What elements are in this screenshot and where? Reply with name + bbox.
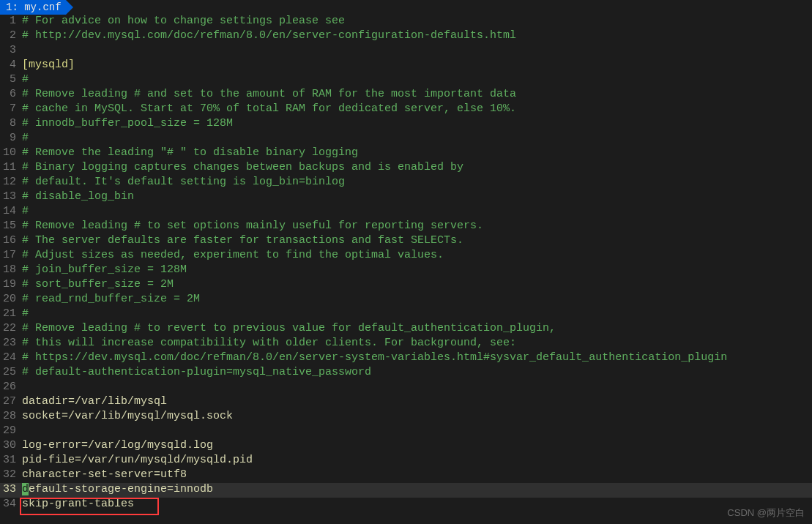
line-content: # join_buffer_size = 128M <box>19 263 187 276</box>
line-content: # https://dev.mysql.com/doc/refman/8.0/e… <box>19 351 727 364</box>
buffer-tab-label: 1: my.cnf <box>6 1 62 13</box>
line-number: 15 <box>0 220 19 232</box>
code-line[interactable]: 7# cache in MySQL. Start at 70% of total… <box>0 102 812 117</box>
line-number: 14 <box>0 205 19 217</box>
line-number: 34 <box>0 498 19 510</box>
line-number: 32 <box>0 468 19 481</box>
code-line[interactable]: 10# Remove the leading "# " to disable b… <box>0 146 812 161</box>
line-number: 22 <box>0 322 19 334</box>
line-number: 25 <box>0 366 19 378</box>
line-number: 23 <box>0 337 19 349</box>
buffer-tab[interactable]: 1: my.cnf <box>0 0 66 15</box>
line-number: 30 <box>0 439 19 452</box>
line-number: 16 <box>0 234 19 247</box>
line-number: 24 <box>0 351 19 364</box>
line-number: 9 <box>0 132 19 144</box>
editor-area[interactable]: 1# For advice on how to change settings … <box>0 15 812 524</box>
code-line[interactable]: 13# disable_log_bin <box>0 190 812 205</box>
code-line[interactable]: 9# <box>0 132 812 146</box>
line-content: character-set-server=utf8 <box>19 468 187 481</box>
line-content: # disable_log_bin <box>19 190 134 203</box>
line-content: pid-file=/var/run/mysqld/mysqld.pid <box>19 454 253 466</box>
code-line[interactable]: 28socket=/var/lib/mysql/mysql.sock <box>0 410 812 424</box>
code-line[interactable]: 26 <box>0 381 812 395</box>
code-line[interactable]: 5# <box>0 73 812 88</box>
code-line[interactable]: 15# Remove leading # to set options main… <box>0 220 812 234</box>
line-content: default-storage-engine=innodb <box>19 483 213 495</box>
code-line[interactable]: 32character-set-server=utf8 <box>0 468 812 483</box>
line-content: # Remove leading # and set to the amount… <box>19 88 516 100</box>
line-content: # <box>19 205 29 217</box>
line-content: # Adjust sizes as needed, experiment to … <box>19 249 444 261</box>
line-number: 18 <box>0 263 19 276</box>
code-line[interactable]: 1# For advice on how to change settings … <box>0 15 812 29</box>
code-line[interactable]: 2# http://dev.mysql.com/doc/refman/8.0/e… <box>0 29 812 44</box>
code-line[interactable]: 8# innodb_buffer_pool_size = 128M <box>0 117 812 132</box>
code-line[interactable]: 27datadir=/var/lib/mysql <box>0 395 812 410</box>
line-content: # <box>19 132 29 144</box>
line-content: socket=/var/lib/mysql/mysql.sock <box>19 410 233 422</box>
line-number: 11 <box>0 161 19 173</box>
line-number: 4 <box>0 59 19 71</box>
code-line[interactable]: 18# join_buffer_size = 128M <box>0 263 812 278</box>
line-number: 33 <box>0 483 19 495</box>
line-content: # Remove the leading "# " to disable bin… <box>19 146 358 159</box>
code-line[interactable]: 33default-storage-engine=innodb <box>0 483 812 498</box>
code-line[interactable]: 29 <box>0 424 812 439</box>
code-line[interactable]: 23# this will increase compatibility wit… <box>0 337 812 351</box>
line-content: skip-grant-tables <box>19 498 134 510</box>
code-line[interactable]: 24# https://dev.mysql.com/doc/refman/8.0… <box>0 351 812 366</box>
code-line[interactable]: 21# <box>0 307 812 322</box>
line-number: 13 <box>0 190 19 203</box>
line-content: [mysqld] <box>19 59 75 71</box>
line-content: # Remove leading # to set options mainly… <box>19 220 483 232</box>
code-line[interactable]: 20# read_rnd_buffer_size = 2M <box>0 293 812 307</box>
code-line[interactable]: 31pid-file=/var/run/mysqld/mysqld.pid <box>0 454 812 468</box>
code-line[interactable]: 3 <box>0 44 812 59</box>
line-number: 1 <box>0 15 19 27</box>
line-content: datadir=/var/lib/mysql <box>19 395 167 408</box>
line-content: # The server defaults are faster for tra… <box>19 234 463 247</box>
line-number: 28 <box>0 410 19 422</box>
code-line[interactable]: 16# The server defaults are faster for t… <box>0 234 812 249</box>
line-number: 10 <box>0 146 19 159</box>
line-number: 29 <box>0 424 19 437</box>
line-content: # read_rnd_buffer_size = 2M <box>19 293 200 305</box>
code-line[interactable]: 34skip-grant-tables <box>0 498 812 512</box>
code-line[interactable]: 6# Remove leading # and set to the amoun… <box>0 88 812 102</box>
line-content: # cache in MySQL. Start at 70% of total … <box>19 102 516 115</box>
code-line[interactable]: 12# default. It's default setting is log… <box>0 176 812 190</box>
code-line[interactable]: 25# default-authentication-plugin=mysql_… <box>0 366 812 381</box>
code-line[interactable]: 11# Binary logging captures changes betw… <box>0 161 812 176</box>
line-number: 31 <box>0 454 19 466</box>
code-line[interactable]: 22# Remove leading # to revert to previo… <box>0 322 812 337</box>
line-number: 27 <box>0 395 19 408</box>
line-content: # http://dev.mysql.com/doc/refman/8.0/en… <box>19 29 516 42</box>
line-content: # Binary logging captures changes betwee… <box>19 161 463 173</box>
line-number: 12 <box>0 176 19 188</box>
code-line[interactable]: 14# <box>0 205 812 220</box>
line-content: # Remove leading # to revert to previous… <box>19 322 556 334</box>
line-number: 7 <box>0 102 19 115</box>
line-number: 2 <box>0 29 19 42</box>
cursor: d <box>22 483 29 495</box>
line-content: # For advice on how to change settings p… <box>19 15 345 27</box>
line-number: 5 <box>0 73 19 86</box>
line-number: 21 <box>0 307 19 320</box>
line-content: # default. It's default setting is log_b… <box>19 176 345 188</box>
tab-bar: 1: my.cnf <box>0 0 812 15</box>
code-line[interactable]: 17# Adjust sizes as needed, experiment t… <box>0 249 812 263</box>
line-number: 8 <box>0 117 19 130</box>
line-number: 20 <box>0 293 19 305</box>
line-content: log-error=/var/log/mysqld.log <box>19 439 213 452</box>
code-line[interactable]: 30log-error=/var/log/mysqld.log <box>0 439 812 454</box>
line-content: # sort_buffer_size = 2M <box>19 278 174 291</box>
line-number: 6 <box>0 88 19 100</box>
line-number: 3 <box>0 44 19 56</box>
line-content: # innodb_buffer_pool_size = 128M <box>19 117 233 130</box>
line-number: 17 <box>0 249 19 261</box>
code-line[interactable]: 19# sort_buffer_size = 2M <box>0 278 812 293</box>
line-content: # default-authentication-plugin=mysql_na… <box>19 366 371 378</box>
code-line[interactable]: 4[mysqld] <box>0 59 812 73</box>
line-content: # <box>19 307 29 320</box>
